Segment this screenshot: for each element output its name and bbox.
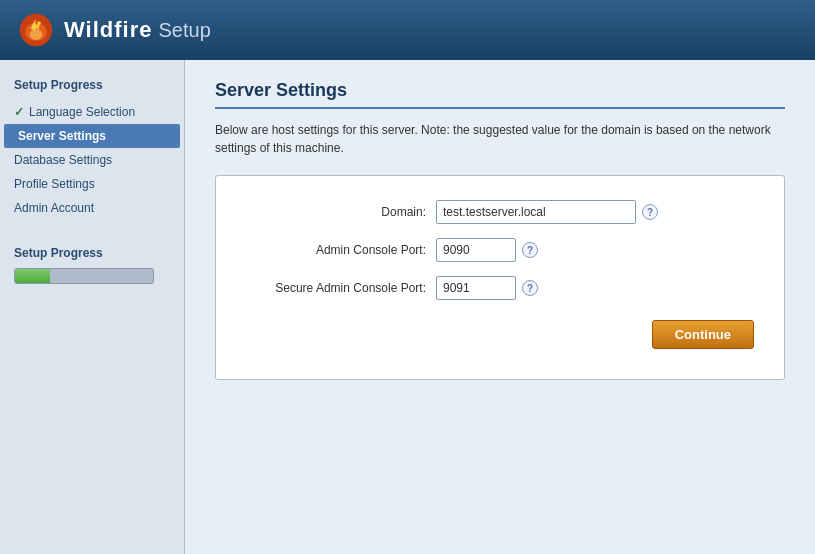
- main-layout: Setup Progress ✓ Language Selection Serv…: [0, 60, 815, 554]
- check-icon: ✓: [14, 105, 24, 119]
- page-description: Below are host settings for this server.…: [215, 121, 785, 157]
- domain-row: Domain: ?: [246, 200, 754, 224]
- sidebar-progress-title: Setup Progress: [14, 246, 170, 260]
- admin-port-input[interactable]: [436, 238, 516, 262]
- sidebar-progress-section: Setup Progress: [0, 242, 184, 292]
- sidebar-item-language-selection[interactable]: ✓ Language Selection: [0, 100, 184, 124]
- progress-bar-fill: [15, 269, 50, 283]
- domain-label: Domain:: [246, 205, 436, 219]
- wildfire-logo-icon: [18, 12, 54, 48]
- sidebar-item-label: Language Selection: [29, 105, 135, 119]
- server-settings-form: Domain: ? Admin Console Port: ? Secure A…: [215, 175, 785, 380]
- form-actions: Continue: [246, 320, 754, 349]
- domain-input[interactable]: [436, 200, 636, 224]
- sidebar-item-server-settings[interactable]: Server Settings: [4, 124, 180, 148]
- progress-bar: [14, 268, 154, 284]
- sidebar-item-label: Server Settings: [18, 129, 106, 143]
- secure-port-label: Secure Admin Console Port:: [246, 281, 436, 295]
- svg-point-2: [30, 29, 43, 40]
- app-logo: Wildfire Setup: [18, 12, 211, 48]
- page-title: Server Settings: [215, 80, 785, 109]
- domain-help-icon[interactable]: ?: [642, 204, 658, 220]
- app-title: Wildfire Setup: [64, 17, 211, 43]
- sidebar-item-label: Profile Settings: [14, 177, 95, 191]
- header: Wildfire Setup: [0, 0, 815, 60]
- main-content: Server Settings Below are host settings …: [185, 60, 815, 554]
- sidebar-item-admin-account[interactable]: Admin Account: [0, 196, 184, 220]
- secure-port-row: Secure Admin Console Port: ?: [246, 276, 754, 300]
- brand-name: Wildfire: [64, 17, 152, 43]
- sidebar-item-profile-settings[interactable]: Profile Settings: [0, 172, 184, 196]
- sidebar-section-title: Setup Progress: [0, 74, 184, 100]
- admin-port-label: Admin Console Port:: [246, 243, 436, 257]
- sidebar-item-label: Admin Account: [14, 201, 94, 215]
- secure-port-input[interactable]: [436, 276, 516, 300]
- admin-port-help-icon[interactable]: ?: [522, 242, 538, 258]
- continue-button[interactable]: Continue: [652, 320, 754, 349]
- secure-port-help-icon[interactable]: ?: [522, 280, 538, 296]
- sidebar-item-label: Database Settings: [14, 153, 112, 167]
- sidebar-item-database-settings[interactable]: Database Settings: [0, 148, 184, 172]
- subtitle: Setup: [158, 19, 210, 42]
- sidebar: Setup Progress ✓ Language Selection Serv…: [0, 60, 185, 554]
- admin-port-row: Admin Console Port: ?: [246, 238, 754, 262]
